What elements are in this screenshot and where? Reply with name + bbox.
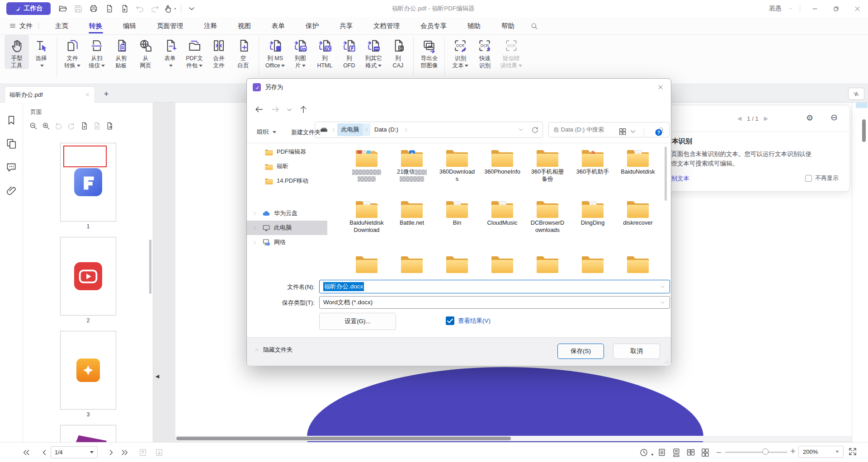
folder-item-360Downloads[interactable]: 360Downloads	[434, 148, 480, 182]
page-thumbnail-4[interactable]	[60, 425, 116, 442]
new-folder-button[interactable]: 新建文件夹	[291, 128, 321, 137]
sidebar-item-此电脑[interactable]: 此电脑	[247, 221, 327, 235]
recent-locations-icon[interactable]	[286, 106, 293, 113]
tab-close-icon[interactable]	[85, 92, 90, 97]
page-plus-button[interactable]	[80, 122, 88, 130]
folder-item-Battle.net[interactable]: Battle.net	[389, 199, 434, 233]
folder-item[interactable]	[615, 254, 660, 273]
menu-tab-辅助[interactable]: 辅助	[457, 17, 491, 34]
folder-item-360PhoneInfo[interactable]: 360PhoneInfo	[480, 148, 525, 182]
vertical-scrollbar-thumb[interactable]	[862, 119, 866, 142]
menu-tab-转换[interactable]: 转换	[79, 17, 113, 34]
menu-tab-保护[interactable]: 保护	[295, 17, 329, 34]
caret-down-icon[interactable]	[660, 284, 665, 290]
folder-item-360手机相册备份[interactable]: 360手机相册备份	[525, 148, 570, 182]
panel-scrollbar[interactable]	[149, 240, 151, 294]
menu-tab-帮助[interactable]: 帮助	[491, 17, 525, 34]
horizontal-scrollbar[interactable]	[175, 436, 852, 441]
folder-item-DingDing[interactable]: DingDing	[570, 199, 615, 233]
zoom-out-button[interactable]	[715, 448, 722, 457]
ribbon-到CAJ[interactable]: 到CAJ	[386, 35, 410, 69]
maximize-button[interactable]	[826, 0, 847, 17]
forward-button[interactable]	[270, 104, 280, 114]
menu-tab-主页[interactable]: 主页	[45, 17, 79, 34]
zoom-slider-handle[interactable]	[762, 448, 769, 455]
new-tab-button[interactable]: +	[100, 88, 112, 100]
ribbon-到OFD[interactable]: 到OFD	[337, 35, 361, 69]
pager-previous-icon[interactable]: ◀	[737, 115, 741, 122]
folder-item-BaiduNetdiskDownload[interactable]: BaiduNetdiskDownload	[344, 199, 389, 233]
dialog-header[interactable]: 另存为	[247, 79, 671, 96]
settings-button[interactable]: 设置(G)...	[319, 313, 396, 330]
sidebar-item-网络[interactable]: 网络	[247, 235, 327, 250]
ribbon-空白页[interactable]: 空白页	[231, 35, 255, 69]
folder-item-Bin[interactable]: Bin	[434, 199, 480, 233]
menu-file[interactable]: 文件	[9, 22, 33, 30]
ribbon-到其它格式[interactable]: 到其它格式	[361, 35, 386, 69]
menu-tab-表单[interactable]: 表单	[261, 17, 295, 34]
dialog-close-button[interactable]	[650, 79, 671, 96]
facing-layout-button[interactable]	[686, 448, 695, 457]
ribbon-从剪贴板[interactable]: 从剪贴板	[109, 35, 133, 69]
hand-pointer-button[interactable]	[163, 2, 178, 15]
previous-page-button[interactable]	[40, 448, 49, 457]
search-icon[interactable]	[530, 22, 538, 30]
panel-switch-button[interactable]	[848, 88, 864, 100]
fit-page-button[interactable]	[848, 447, 857, 456]
ribbon-到图片[interactable]: 到图片	[288, 35, 312, 69]
sidebar-item-PDF编辑器[interactable]: PDF编辑器	[247, 145, 327, 159]
back-button[interactable]	[254, 104, 264, 114]
list-scrollbar[interactable]	[665, 146, 667, 201]
view-results-label[interactable]: 查看结果(V)	[458, 317, 491, 325]
page-thumbnail-3[interactable]	[60, 331, 116, 410]
chevron-down-button[interactable]	[184, 2, 199, 15]
folder-item[interactable]	[570, 254, 615, 273]
rail-page-thumbnails-button[interactable]	[5, 138, 17, 150]
sidebar-item-14.PDF移动[interactable]: 14.PDF移动	[247, 174, 327, 188]
folder-item-360手机助手[interactable]: 360手机助手	[570, 148, 615, 182]
help-icon[interactable]: ?	[655, 128, 663, 137]
ribbon-手型工具[interactable]: 手型工具	[5, 35, 29, 69]
save-button[interactable]: 保存(S)	[557, 344, 604, 359]
folder-item[interactable]	[434, 254, 480, 273]
dont-show-again-checkbox[interactable]	[805, 175, 812, 182]
ribbon-选择[interactable]: 选择	[29, 35, 53, 69]
page-thumbnail-2[interactable]	[60, 237, 116, 316]
next-view-button[interactable]	[155, 448, 164, 457]
continuous-layout-button[interactable]	[672, 448, 681, 457]
chevron-down-icon[interactable]	[788, 6, 793, 11]
zoom-in-button[interactable]	[42, 122, 50, 130]
previous-view-button[interactable]	[138, 448, 147, 457]
close-button[interactable]	[847, 0, 868, 17]
menu-tab-页面管理[interactable]: 页面管理	[146, 17, 193, 34]
folder-open-button[interactable]	[55, 2, 71, 15]
ribbon-到 MSOffice[interactable]: 到 MSOffice	[262, 35, 288, 69]
zoom-out-button[interactable]	[29, 122, 38, 130]
ribbon-PDF文件包[interactable]: PDF文件包	[182, 35, 207, 69]
view-mode-button[interactable]	[618, 127, 637, 136]
folder-item-CloudMusic[interactable]: CloudMusic	[480, 199, 525, 233]
menu-tab-文档管理[interactable]: 文档管理	[363, 17, 410, 34]
user-area[interactable]: 若愚	[769, 0, 800, 17]
page-add-button[interactable]	[117, 2, 132, 15]
folder-item[interactable]	[480, 254, 525, 273]
cancel-button[interactable]: 取消	[613, 344, 660, 359]
folder-item[interactable]	[525, 254, 570, 273]
sidebar-item-福昕[interactable]: 福昕	[247, 159, 327, 174]
filename-input[interactable]: 福昕办公.docx	[319, 280, 670, 293]
up-button[interactable]	[298, 104, 308, 114]
panel-collapse-handle[interactable]: ◀	[154, 368, 161, 384]
ribbon-从网页[interactable]: 从网页	[133, 35, 158, 69]
pager-next-icon[interactable]: ▶	[764, 115, 768, 122]
menu-tab-注释[interactable]: 注释	[193, 17, 227, 34]
minimize-button[interactable]	[804, 0, 826, 17]
folder-item-diskrecover[interactable]: diskrecover	[615, 199, 660, 233]
horizontal-scrollbar-thumb[interactable]	[176, 437, 511, 440]
folder-item[interactable]	[344, 148, 389, 182]
next-page-button[interactable]	[107, 448, 116, 457]
gear-icon[interactable]: ⚙	[805, 113, 814, 123]
view-results-checkbox[interactable]	[446, 316, 454, 325]
hide-folders-button[interactable]: 隐藏文件夹	[254, 346, 292, 354]
ribbon-从扫描仪[interactable]: 从扫描仪	[85, 35, 109, 69]
menu-tab-视图[interactable]: 视图	[227, 17, 261, 34]
